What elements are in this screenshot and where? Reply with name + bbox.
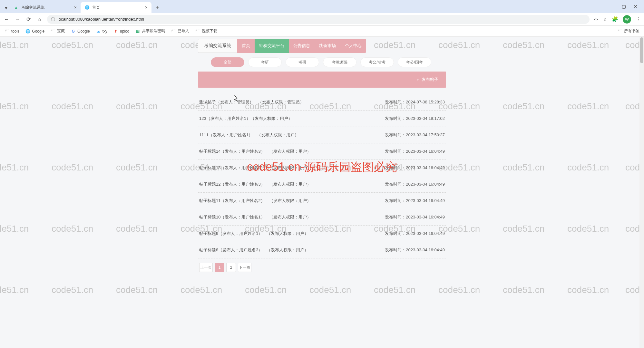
browser-tab[interactable]: ▲ 考编交流系统 ×	[10, 2, 81, 13]
browser-tab-strip: ▾ ▲ 考编交流系统 × 🌐 首页 × + — ▢ ✕	[0, 0, 644, 13]
folder-icon	[50, 29, 55, 34]
page-number[interactable]: 1	[215, 263, 224, 272]
nav-experience[interactable]: 经验交流平台	[255, 39, 289, 53]
nav-announce[interactable]: 公告信息	[289, 39, 315, 53]
post-time: 发布时间：2023-03-04 17:50:37	[385, 132, 445, 138]
post-list: 测试帖子（发布人：管理员） （发布人权限：管理员）发布时间：2024-07-08…	[198, 94, 446, 258]
post-row[interactable]: 帖子标题10（发布人：用户姓名1） （发布人权限：用户）发布时间：2023-03…	[198, 209, 446, 226]
post-row[interactable]: 帖子标题11（发布人：用户姓名2） （发布人权限：用户）发布时间：2023-03…	[198, 193, 446, 209]
bookmark-label: 已导入	[178, 28, 189, 34]
filter-item[interactable]: 考研	[286, 57, 319, 67]
chevron-down-icon[interactable]: ▾	[3, 5, 10, 11]
post-time: 发布时间：2023-03-04 16:04:49	[385, 181, 445, 187]
minimize-icon[interactable]: —	[610, 4, 614, 9]
plus-icon: +	[416, 77, 419, 82]
bookmark-item[interactable]: tools	[5, 29, 19, 34]
post-row[interactable]: 123（发布人：用户姓名1）（发布人权限：用户）发布时间：2023-03-04 …	[198, 111, 446, 127]
post-title: 帖子标题12（发布人：用户姓名3） （发布人权限：用户）	[199, 181, 385, 187]
url-input[interactable]: ⓘ localhost:8080/kaobianluentan/front/in…	[47, 15, 590, 24]
bookmark-label: txy	[102, 29, 107, 34]
filter-item[interactable]: 考教师编	[323, 57, 356, 67]
post-time: 发布时间：2023-03-04 16:04:49	[385, 198, 445, 204]
folder-icon	[617, 29, 622, 34]
nav-profile[interactable]: 个人中心	[340, 39, 366, 53]
bookmark-item[interactable]: ☁txy	[96, 29, 107, 34]
back-icon[interactable]: ←	[3, 16, 10, 22]
post-row[interactable]: 帖子标题13（发布人：用户姓名2） （发布人权限：用户）发布时间：2023-03…	[198, 160, 446, 176]
post-row[interactable]: 测试帖子（发布人：管理员） （发布人权限：管理员）发布时间：2024-07-08…	[198, 94, 446, 111]
nav-market[interactable]: 跳蚤市场	[315, 39, 340, 53]
filter-item[interactable]: 考公/国考	[398, 57, 431, 67]
vertical-scrollbar[interactable]	[639, 37, 644, 348]
folder-icon	[5, 29, 10, 34]
nav-home[interactable]: 首页	[237, 39, 255, 53]
post-time: 发布时间：2023-03-04 16:04:49	[385, 165, 445, 171]
bookmark-label: 视频下载	[202, 28, 217, 34]
filter-item[interactable]: 考公/省考	[360, 57, 394, 67]
extensions-icon[interactable]: 🧩	[612, 16, 618, 22]
post-time: 发布时间：2023-03-04 16:04:49	[385, 149, 445, 154]
post-time: 发布时间：2024-07-08 15:28:33	[385, 99, 445, 105]
page-number[interactable]: 2	[226, 263, 236, 272]
bookmark-label: uplod	[120, 29, 129, 34]
site-info-icon[interactable]: ⓘ	[51, 16, 55, 22]
maximize-icon[interactable]: ▢	[622, 4, 626, 9]
bookmark-label: 宝藏	[57, 28, 65, 34]
bookmark-item[interactable]: 已导入	[171, 28, 189, 34]
folder-icon	[195, 29, 200, 34]
post-title: 测试帖子（发布人：管理员） （发布人权限：管理员）	[199, 99, 385, 105]
bookmark-label: Google	[77, 29, 90, 34]
post-row[interactable]: 帖子标题14（发布人：用户姓名3） （发布人权限：用户）发布时间：2023-03…	[198, 143, 446, 160]
filter-all[interactable]: 全部	[211, 57, 244, 67]
page-prev[interactable]: 上一页	[199, 263, 213, 272]
cloud-icon: ☁	[96, 29, 101, 34]
post-title: 帖子标题10（发布人：用户姓名1） （发布人权限：用户）	[199, 214, 385, 220]
tab-title: 考编交流系统	[21, 5, 44, 10]
tab-title: 首页	[92, 5, 100, 10]
new-tab-button[interactable]: +	[153, 3, 162, 12]
menu-icon[interactable]: ⋮	[636, 16, 641, 22]
filter-item[interactable]: 考研	[248, 57, 282, 67]
page-next[interactable]: 下一页	[238, 263, 251, 272]
reload-icon[interactable]: ⟳	[25, 16, 32, 22]
post-row[interactable]: 帖子标题8（发布人：用户姓名3） （发布人权限：用户）发布时间：2023-03-…	[198, 242, 446, 258]
home-icon[interactable]: ⌂	[36, 16, 43, 22]
publish-post-button[interactable]: + 发布帖子	[198, 72, 446, 88]
bookmark-item[interactable]: 视频下载	[195, 28, 217, 34]
post-time: 发布时间：2023-03-04 16:04:49	[385, 231, 445, 237]
bookmark-item[interactable]: GGoogle	[71, 29, 90, 34]
main-nav: 考编交流系统 首页 经验交流平台 公告信息 跳蚤市场 个人中心	[198, 39, 446, 53]
bookmarks-bar: tools 🌐Google 宝藏 GGoogle ☁txy ⬆uplod ▦共享…	[0, 26, 644, 37]
category-filters: 全部 考研 考研 考教师编 考公/省考 考公/国考	[198, 57, 446, 67]
all-bookmarks[interactable]: 所有书签	[617, 28, 639, 34]
bookmark-label: tools	[11, 29, 19, 34]
pagination: 上一页 1 2 下一页	[198, 263, 446, 272]
post-title: 帖子标题8（发布人：用户姓名3） （发布人权限：用户）	[199, 247, 385, 253]
sheet-icon: ▦	[135, 29, 140, 34]
post-row[interactable]: 帖子标题12（发布人：用户姓名3） （发布人权限：用户）发布时间：2023-03…	[198, 176, 446, 193]
profile-avatar[interactable]: W	[623, 15, 631, 24]
share-icon[interactable]: ⇔	[594, 16, 598, 22]
bookmark-label: 所有书签	[624, 28, 639, 34]
post-row[interactable]: 帖子标题9（发布人：用户姓名1） （发布人权限：用户）发布时间：2023-03-…	[198, 226, 446, 242]
close-icon[interactable]: ×	[145, 5, 148, 10]
close-icon[interactable]: ×	[74, 5, 77, 10]
address-bar: ← → ⟳ ⌂ ⓘ localhost:8080/kaobianluentan/…	[0, 13, 644, 26]
post-title: 帖子标题9（发布人：用户姓名1） （发布人权限：用户）	[199, 231, 385, 237]
post-row[interactable]: 1111（发布人：用户姓名1） （发布人权限：用户）发布时间：2023-03-0…	[198, 127, 446, 143]
post-title: 帖子标题11（发布人：用户姓名2） （发布人权限：用户）	[199, 198, 385, 204]
browser-tab-active[interactable]: 🌐 首页 ×	[81, 2, 151, 13]
bookmark-item[interactable]: 🌐Google	[25, 29, 44, 34]
folder-icon	[171, 29, 176, 34]
bookmark-item[interactable]: ▦共享账号密码	[135, 28, 165, 34]
post-time: 发布时间：2023-03-04 16:04:49	[385, 214, 445, 220]
post-title: 帖子标题13（发布人：用户姓名2） （发布人权限：用户）	[199, 165, 385, 171]
post-time: 发布时间：2023-03-04 16:04:49	[385, 247, 445, 253]
close-window-icon[interactable]: ✕	[634, 4, 638, 9]
post-title: 1111（发布人：用户姓名1） （发布人权限：用户）	[199, 132, 385, 138]
bookmark-item[interactable]: ⬆uplod	[113, 29, 129, 34]
bookmark-star-icon[interactable]: ☆	[603, 16, 607, 22]
bookmark-item[interactable]: 宝藏	[50, 28, 65, 34]
scrollbar-thumb[interactable]	[640, 37, 643, 63]
bookmark-label: 共享账号密码	[142, 28, 165, 34]
